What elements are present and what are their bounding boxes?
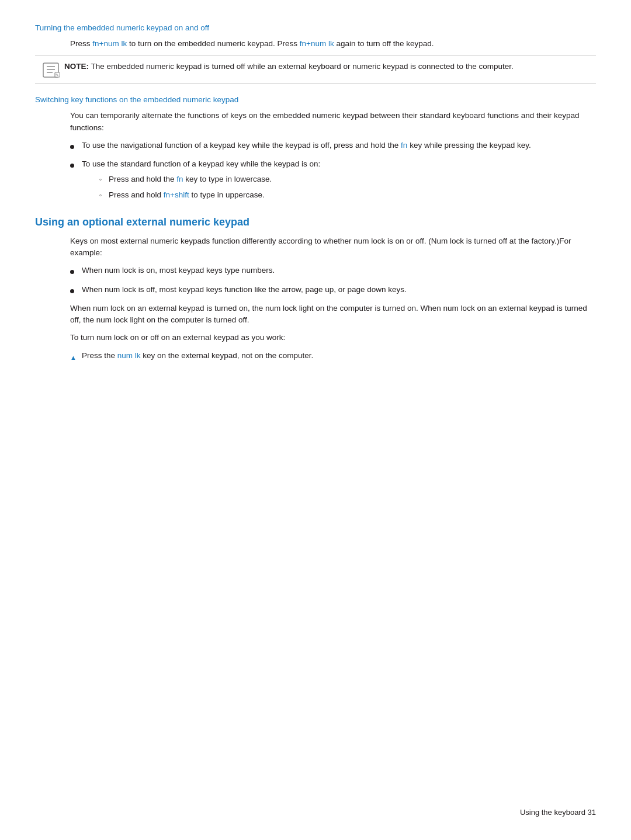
note-box: ✎ NOTE: The embedded numeric keypad is t… (35, 55, 596, 84)
section3-intro: Keys on most external numeric keypads fu… (70, 235, 596, 259)
section2-bullet-list: To use the navigational function of a ke… (70, 140, 596, 204)
bullet2-content: To use the standard function of a keypad… (82, 158, 320, 204)
bullet-dot-1 (70, 141, 82, 152)
sub-bullet-1: Press and hold the fn key to type in low… (99, 173, 320, 185)
section2-heading: Switching key functions on the embedded … (35, 95, 596, 104)
section1-heading: Turning the embedded numeric keypad on a… (35, 23, 596, 32)
triangle-text: Press the num lk key on the external key… (82, 350, 313, 362)
fn-shift-key: fn+shift (164, 190, 189, 199)
section-external-keypad: Using an optional external numeric keypa… (35, 216, 596, 363)
section3-bullet1-text: When num lock is on, most keypad keys ty… (82, 265, 275, 276)
section3-bullet-1: When num lock is on, most keypad keys ty… (70, 265, 596, 277)
section-turning-keypad: Turning the embedded numeric keypad on a… (35, 23, 596, 84)
sub-bullet-list: Press and hold the fn key to type in low… (99, 173, 320, 201)
sub2-text: Press and hold fn+shift to type in upper… (109, 189, 265, 201)
fn-num-lk-key-1: fn+num lk (92, 39, 127, 48)
section3-bullet-list: When num lock is on, most keypad keys ty… (70, 265, 596, 297)
note-text: The embedded numeric keypad is turned of… (89, 62, 514, 71)
note-icon: ✎ (42, 62, 60, 78)
section3-para1: When num lock on an external keypad is t… (70, 303, 596, 327)
section3-bullet2-text: When num lock is off, most keypad keys f… (82, 284, 407, 296)
bullet-item-1: To use the navigational function of a ke… (70, 140, 596, 152)
fn-key-1: fn (401, 141, 407, 150)
fn-key-2: fn (176, 175, 183, 183)
bullet-dot-2 (70, 159, 82, 171)
note-content: NOTE: The embedded numeric keypad is tur… (64, 61, 514, 72)
fn-num-lk-key-2: fn+num lk (300, 39, 334, 48)
section3-bullet-2: When num lock is off, most keypad keys f… (70, 284, 596, 297)
bullet1-text: To use the navigational function of a ke… (82, 140, 531, 151)
page-footer: Using the keyboard 31 (520, 808, 596, 817)
sub-bullet-square-1 (99, 173, 109, 185)
sub-bullet-square-2 (99, 189, 109, 201)
bullet-item-2: To use the standard function of a keypad… (70, 158, 596, 204)
section3-triangle-list: Press the num lk key on the external key… (70, 350, 596, 363)
section3-triangle-item: Press the num lk key on the external key… (70, 350, 596, 363)
svg-text:✎: ✎ (56, 73, 59, 77)
sub-bullet-2: Press and hold fn+shift to type in upper… (99, 189, 320, 201)
num-lk-key: num lk (117, 351, 141, 360)
note-label: NOTE: (64, 62, 89, 71)
page-content: Turning the embedded numeric keypad on a… (35, 23, 596, 363)
sub1-text: Press and hold the fn key to type in low… (109, 173, 272, 185)
section3-bullet-dot-1 (70, 266, 82, 277)
section2-intro: You can temporarily alternate the functi… (70, 110, 596, 134)
section-switching-keys: Switching key functions on the embedded … (35, 95, 596, 204)
section3-bullet-dot-2 (70, 285, 82, 297)
section1-body: Press fn+num lk to turn on the embedded … (70, 38, 596, 50)
triangle-bullet-icon (70, 352, 82, 363)
section3-heading: Using an optional external numeric keypa… (35, 216, 596, 228)
section3-para2: To turn num lock on or off on an externa… (70, 332, 596, 343)
